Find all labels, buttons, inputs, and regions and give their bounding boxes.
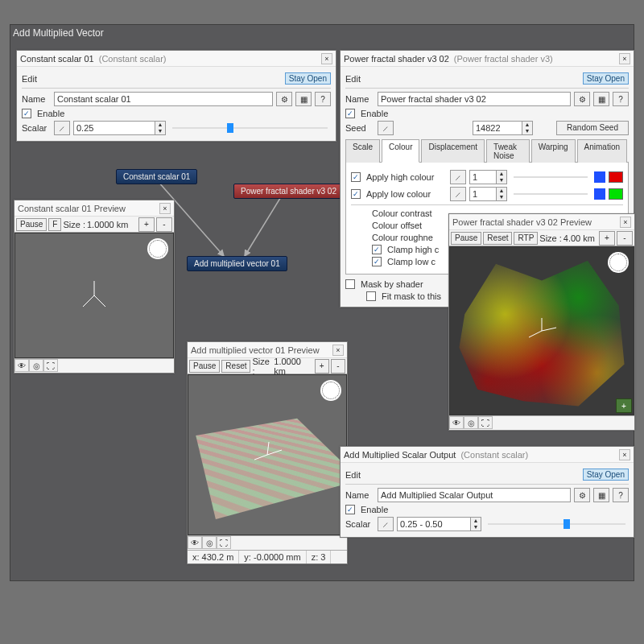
plus-button[interactable]: + [315,359,329,374]
fit-icon[interactable]: ⛶ [43,359,58,372]
svg-line-3 [83,295,94,307]
colour-low-swatch[interactable] [609,188,623,200]
curve-icon[interactable]: ⟋ [378,517,394,531]
tab-tweak-noise[interactable]: Tweak Noise [486,139,530,163]
mask-checkbox[interactable] [345,279,355,289]
pause-button[interactable]: Pause [189,360,220,373]
colour-high-swatch[interactable] [609,171,623,183]
add-layer-button[interactable]: + [616,398,632,413]
tab-warping[interactable]: Warping [531,139,576,163]
help-button[interactable]: ? [315,92,331,106]
compass-icon[interactable] [147,238,168,259]
curve-icon[interactable]: ⟋ [450,170,466,184]
pause-button[interactable]: Pause [16,218,47,231]
seed-spinner[interactable]: ▲▼ [473,121,533,135]
preview-icon[interactable]: ▦ [593,92,609,106]
target-icon[interactable]: ◎ [464,416,478,429]
enable-checkbox[interactable] [345,109,355,118]
gear-icon[interactable]: ⚙ [276,92,292,106]
tab-colour[interactable]: Colour [382,139,419,163]
eye-icon[interactable]: 👁 [188,536,202,549]
plus-button[interactable]: + [599,231,615,246]
fit-icon[interactable]: ⛶ [217,536,231,549]
colour-contrast-label: Colour contrast [372,208,432,218]
close-icon[interactable]: × [619,53,630,64]
node-power-fractal[interactable]: Power fractal shader v3 02 [233,184,344,199]
panel-const-preview: Constant scalar 01 Preview× Pause F Size… [14,200,175,374]
edit-menu[interactable]: Edit [345,74,361,84]
plus-button[interactable]: + [138,217,155,232]
panel-title: Power fractal shader v3 02(Power fractal… [344,54,619,64]
pause-button[interactable]: Pause [451,232,481,245]
reset-button[interactable]: Reset [483,232,512,245]
minus-button[interactable]: - [331,359,345,374]
fitmask-checkbox[interactable] [366,291,376,301]
tab-animation[interactable]: Animation [577,139,627,163]
gear-icon[interactable]: ⚙ [574,488,590,502]
random-seed-button[interactable]: Random Seed [556,121,629,135]
eye-icon[interactable]: 👁 [449,416,464,429]
eye-icon[interactable]: 👁 [14,359,29,372]
help-button[interactable]: ? [613,92,629,106]
edit-menu[interactable]: Edit [345,470,361,480]
compass-icon[interactable] [320,380,341,401]
fit-icon[interactable]: ⛶ [478,416,493,429]
scalar-spinner[interactable]: ▲▼ [73,121,166,135]
curve-icon[interactable]: ⟋ [450,187,466,201]
clamp-low-checkbox[interactable] [372,257,382,266]
reset-button[interactable]: Reset [221,360,250,373]
preview-icon[interactable]: ▦ [295,92,312,106]
edit-menu[interactable]: Edit [22,74,37,84]
clamp-high-label: Clamp high c [387,245,439,254]
clamp-high-checkbox[interactable] [372,245,382,254]
high-spinner[interactable]: ▲▼ [469,170,507,184]
panel-title: Add Multiplied Scalar Output(Constant sc… [344,450,619,460]
preview-viewport[interactable]: + [449,246,634,415]
preview-icon[interactable]: ▦ [593,488,609,502]
name-label: Name [345,490,374,500]
minus-button[interactable]: - [156,217,172,232]
curve-icon[interactable]: ⟋ [54,121,70,135]
close-icon[interactable]: × [321,53,332,64]
tab-scale[interactable]: Scale [345,139,380,163]
help-button[interactable]: ? [613,488,629,502]
name-field[interactable] [54,92,273,106]
size-label: Size : [252,357,272,376]
low-spinner[interactable]: ▲▼ [469,187,507,201]
scalar-spinner[interactable]: ▲▼ [397,517,481,531]
rtp-button[interactable]: RTP [514,232,538,245]
axis-gizmo [251,439,283,471]
node-add-multiplied[interactable]: Add multiplied vector 01 [187,256,287,271]
preview-viewport[interactable] [188,374,347,535]
f-button[interactable]: F [48,218,61,231]
enable-checkbox[interactable] [22,109,31,118]
name-field[interactable] [378,92,571,106]
minus-button[interactable]: - [617,231,633,246]
preview-title: Add multiplied vector 01 Preview [191,345,332,355]
stay-open-button[interactable]: Stay Open [285,72,331,85]
stay-open-button[interactable]: Stay Open [583,72,629,85]
close-icon[interactable]: × [332,345,344,356]
tab-displacement[interactable]: Displacement [421,139,485,163]
low-slider[interactable] [514,192,588,196]
colour-offset-label: Colour offset [372,221,422,230]
target-icon[interactable]: ◎ [29,359,43,372]
scalar-slider[interactable] [488,522,625,526]
compass-icon[interactable] [608,252,629,273]
high-slider[interactable] [514,175,588,180]
apply-low-checkbox[interactable] [351,189,361,199]
close-icon[interactable]: × [159,203,171,214]
target-icon[interactable]: ◎ [202,536,217,549]
svg-line-8 [542,328,556,331]
stay-open-button[interactable]: Stay Open [583,469,629,481]
enable-checkbox[interactable] [345,505,355,514]
apply-high-checkbox[interactable] [351,172,361,182]
gear-icon[interactable]: ⚙ [574,92,590,106]
close-icon[interactable]: × [620,217,631,228]
scalar-slider[interactable] [172,126,328,130]
preview-viewport[interactable] [14,233,174,358]
curve-icon[interactable]: ⟋ [378,121,394,135]
node-constant-scalar[interactable]: Constant scalar 01 [116,169,197,184]
name-field[interactable] [378,488,571,502]
close-icon[interactable]: × [619,449,630,460]
